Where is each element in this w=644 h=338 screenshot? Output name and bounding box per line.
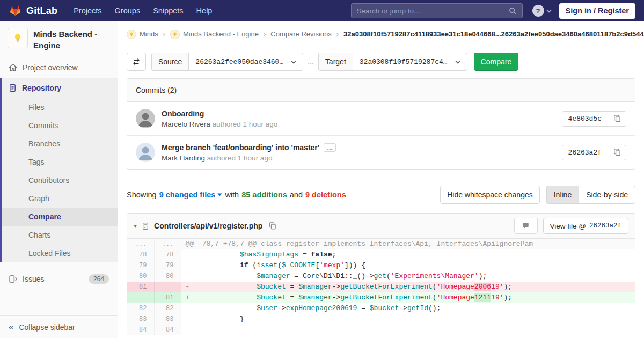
new-line-number[interactable]: 79	[154, 260, 181, 271]
code-line: $hasSignupTags = false;	[181, 249, 635, 260]
user-avatar-image	[136, 109, 155, 128]
code-token: 'Experiments\Manager'	[391, 272, 479, 280]
side-by-side-view-button[interactable]: Side-by-side	[579, 186, 635, 204]
toggle-comments-button[interactable]	[514, 218, 538, 234]
view-file-button[interactable]: View file @ 26263a2f	[543, 218, 629, 234]
old-line-number[interactable]: 83	[127, 314, 154, 325]
sidebar-item-graph[interactable]: Graph	[2, 189, 118, 208]
new-line-number[interactable]: 80	[154, 271, 181, 282]
swap-icon	[132, 57, 141, 66]
compare-button[interactable]: Compare	[474, 53, 519, 71]
lightbulb-icon	[172, 32, 178, 37]
code-token	[189, 283, 257, 291]
project-title: Minds Backend - Engine	[33, 28, 110, 51]
group-avatar	[127, 30, 136, 39]
sidebar-item-locked-files[interactable]: Locked Files	[2, 244, 118, 262]
breadcrumb-compare-revisions[interactable]: Compare Revisions	[270, 30, 331, 38]
source-revision-value: 26263a2fee050dae3460…	[195, 58, 283, 66]
target-input-group: Target 32a0308f10f5719287c4…	[318, 53, 467, 71]
file-path-link[interactable]: Controllers/api/v1/register.php	[154, 222, 262, 230]
old-line-number[interactable]: 82	[127, 303, 154, 314]
code-token	[186, 261, 240, 269]
hide-whitespace-button[interactable]: Hide whitespace changes	[440, 186, 540, 204]
commit-sha[interactable]: 4e803d5c	[562, 111, 608, 127]
commit-title-link[interactable]: Merge branch 'feat/onboarding' into 'mas…	[162, 143, 319, 152]
commit-title-link[interactable]: Onboarding	[162, 109, 204, 118]
old-line-number[interactable]: ...	[127, 239, 154, 249]
swap-revisions-button[interactable]	[127, 53, 146, 71]
sidebar-item-issues[interactable]: Issues 264	[0, 268, 118, 290]
expand-commit-message-button[interactable]: …	[324, 143, 336, 152]
copy-file-path-button[interactable]	[267, 222, 278, 230]
diff-table-body: ......@@ -78,7 +78,7 @@ class register i…	[127, 239, 635, 335]
collapse-file-caret-icon[interactable]: ▾	[134, 222, 137, 230]
code-token	[189, 293, 257, 302]
commit-author-link[interactable]: Marcelo Rivera	[162, 120, 210, 128]
old-line-number[interactable]: 84	[127, 325, 154, 335]
old-line-number[interactable]	[127, 292, 154, 303]
source-revision-dropdown[interactable]: 26263a2fee050dae3460…	[188, 53, 303, 71]
copy-sha-button[interactable]	[608, 145, 626, 160]
target-revision-dropdown[interactable]: 32a0308f10f5719287c4…	[353, 53, 467, 71]
sidebar-item-compare[interactable]: Compare	[2, 208, 118, 226]
new-line-number[interactable]: 82	[154, 303, 181, 314]
code-token: }	[186, 315, 244, 323]
sidebar-item-contributors[interactable]: Contributors	[2, 171, 118, 189]
inline-view-button[interactable]: Inline	[546, 186, 579, 204]
breadcrumb-label: Compare Revisions	[270, 30, 331, 38]
target-label: Target	[318, 53, 353, 71]
nav-snippets[interactable]: Snippets	[147, 0, 189, 21]
new-line-number[interactable]: 84	[154, 325, 181, 335]
diff-row: 8383 }	[127, 314, 635, 325]
new-line-number[interactable]: 81	[154, 292, 181, 303]
old-line-number[interactable]: 81	[127, 282, 154, 292]
sidebar-item-project-overview[interactable]: Project overview	[0, 57, 118, 78]
breadcrumb-group[interactable]: Minds	[127, 30, 158, 39]
lightbulb-icon	[12, 32, 24, 44]
code-token: =	[357, 304, 369, 312]
commit-sha[interactable]: 26263a2f	[562, 145, 608, 160]
sidebar-item-tags[interactable]: Tags	[2, 153, 118, 171]
sign-in-button[interactable]: Sign in / Register	[559, 3, 635, 19]
global-search[interactable]	[351, 3, 523, 18]
code-token: ->	[332, 293, 341, 302]
new-line-number[interactable]: ...	[154, 239, 181, 249]
help-menu[interactable]: ?	[532, 5, 552, 17]
search-input[interactable]	[357, 7, 509, 15]
nav-projects[interactable]: Projects	[67, 0, 108, 21]
collapse-sidebar-button[interactable]: « Collapse sidebar	[0, 315, 118, 338]
nav-help[interactable]: Help	[190, 0, 219, 21]
sidebar-item-repository[interactable]: Repository	[2, 78, 118, 98]
showing-label: Showing	[127, 190, 157, 199]
sidebar-item-branches[interactable]: Branches	[2, 135, 118, 153]
sidebar-item-charts[interactable]: Charts	[2, 226, 118, 244]
sidebar-item-files[interactable]: Files	[2, 98, 118, 116]
changed-files-label: 9 changed files	[159, 190, 216, 199]
old-line-number[interactable]: 78	[127, 249, 154, 260]
project-context-header[interactable]: Minds Backend - Engine	[0, 21, 118, 57]
diff-stats: Showing 9 changed files with 85 addition…	[127, 190, 346, 199]
code-token: $manager	[298, 293, 332, 302]
diff-summary-row: Showing 9 changed files with 85 addition…	[127, 186, 635, 204]
code-token: @@ -78,7 +78,7 @@ class register impleme…	[186, 240, 533, 248]
new-line-number[interactable]: 78	[154, 249, 181, 260]
code-line: @@ -78,7 +78,7 @@ class register impleme…	[181, 239, 635, 249]
new-line-number[interactable]	[154, 282, 181, 292]
gitlab-home-link[interactable]: GitLab	[9, 4, 57, 17]
commit-author-link[interactable]: Mark Harding	[162, 154, 205, 162]
new-line-number[interactable]: 83	[154, 314, 181, 325]
diff-file-header: ▾ Controllers/api/v1/register.php	[127, 214, 635, 239]
code-token: ;	[332, 251, 336, 259]
copy-sha-button[interactable]	[608, 111, 626, 127]
commit-authored-time: authored 1 hour ago	[213, 120, 278, 128]
old-line-number[interactable]: 79	[127, 260, 154, 271]
old-line-number[interactable]: 80	[127, 271, 154, 282]
sidebar-item-commits[interactable]: Commits	[2, 116, 118, 135]
code-token: getBucketForExperiment	[340, 283, 433, 291]
changed-files-dropdown[interactable]: 9 changed files	[159, 190, 223, 199]
user-avatar-image	[136, 143, 155, 162]
diff-table: ......@@ -78,7 +78,7 @@ class register i…	[127, 239, 635, 335]
breadcrumb-project[interactable]: Minds Backend - Engine	[170, 30, 259, 39]
nav-groups[interactable]: Groups	[108, 0, 147, 21]
code-token: 1211	[474, 293, 491, 302]
